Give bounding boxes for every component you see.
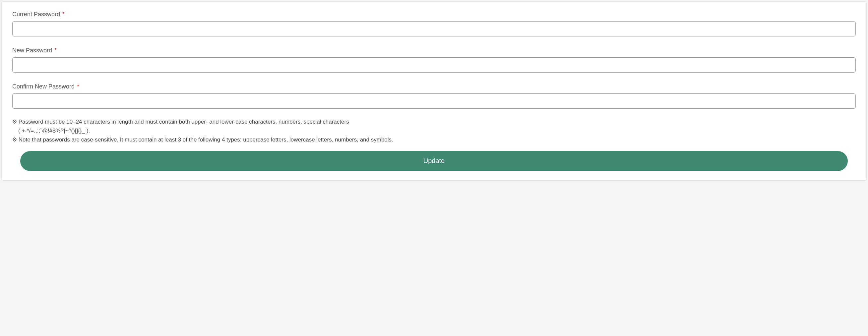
current-password-group: Current Password * [12, 11, 856, 36]
password-change-form: Current Password * New Password * Confir… [1, 1, 867, 180]
required-mark-icon: * [54, 47, 57, 54]
help-line-1: ※ Password must be 10–24 characters in l… [12, 117, 856, 126]
confirm-new-password-input[interactable] [12, 94, 856, 109]
current-password-input[interactable] [12, 21, 856, 36]
password-requirements-text: ※ Password must be 10–24 characters in l… [12, 117, 856, 144]
required-mark-icon: * [62, 11, 65, 18]
new-password-input[interactable] [12, 57, 856, 73]
label-text: Confirm New Password [12, 83, 74, 90]
current-password-label: Current Password * [12, 11, 856, 18]
help-line-2: ※ Note that passwords are case-sensitive… [12, 135, 856, 144]
help-line-1-cont: ( +-*/=.,:;`@!#$%?|~^()[]{}_ ). [12, 126, 856, 135]
new-password-group: New Password * [12, 47, 856, 73]
new-password-label: New Password * [12, 47, 856, 54]
confirm-new-password-group: Confirm New Password * [12, 83, 856, 109]
label-text: Current Password [12, 11, 60, 18]
update-button[interactable]: Update [20, 151, 848, 171]
required-mark-icon: * [77, 83, 79, 90]
label-text: New Password [12, 47, 52, 54]
confirm-new-password-label: Confirm New Password * [12, 83, 856, 90]
